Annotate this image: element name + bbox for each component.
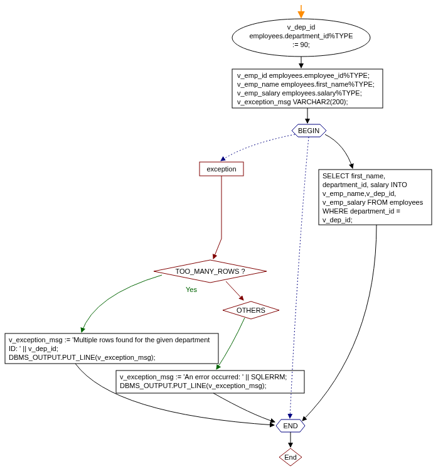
declare2-line3: v_emp_salary employees.salary%TYPE; bbox=[237, 89, 362, 97]
edge-toomany-others bbox=[226, 281, 243, 300]
others-label: OTHERS bbox=[237, 306, 265, 314]
exception-label: exception bbox=[206, 165, 236, 173]
edge-others-msg2 bbox=[216, 318, 245, 369]
end-label: END bbox=[283, 422, 297, 430]
msg1-line2: ID: ' || v_dep_id; bbox=[9, 345, 58, 352]
select-line3: v_emp_name,v_dep_id, bbox=[323, 190, 396, 197]
begin-label: BEGIN bbox=[298, 127, 319, 134]
select-line6: v_dep_id; bbox=[323, 216, 353, 224]
edge-select-end bbox=[302, 225, 376, 421]
edge-exception-toomany bbox=[213, 176, 221, 259]
edge-begin-select bbox=[325, 134, 353, 168]
msg2-line2: DBMS_OUTPUT.PUT_LINE(v_exception_msg); bbox=[120, 382, 267, 389]
declare1-line1: v_dep_id bbox=[287, 23, 316, 31]
edge-msg2-end bbox=[213, 393, 275, 422]
msg1-line1: v_exception_msg := 'Multiple rows found … bbox=[9, 336, 210, 343]
declare2-line2: v_emp_name employees.first_name%TYPE; bbox=[237, 80, 375, 88]
msg2-line1: v_exception_msg := 'An error occurred: '… bbox=[120, 373, 287, 381]
select-line4: v_emp_salary FROM employees bbox=[323, 198, 424, 206]
select-line2: department_id, salary INTO bbox=[323, 181, 407, 188]
too-many-rows-label: TOO_MANY_ROWS ? bbox=[175, 268, 245, 275]
select-line1: SELECT first_name, bbox=[323, 172, 385, 180]
edge-begin-exception bbox=[221, 134, 295, 161]
declare2-line4: v_exception_msg VARCHAR2(200); bbox=[237, 98, 348, 105]
yes-label: Yes bbox=[186, 286, 197, 293]
declare1-line3: := 90; bbox=[292, 41, 310, 48]
flowchart-diagram: v_dep_id employees.department_id%TYPE :=… bbox=[0, 0, 448, 476]
select-line5: WHERE department_id = bbox=[323, 207, 400, 215]
edge-toomany-msg1 bbox=[82, 275, 162, 332]
terminal-label: End bbox=[284, 453, 297, 461]
edge-begin-end bbox=[290, 137, 309, 418]
declare2-line1: v_emp_id employees.employee_id%TYPE; bbox=[237, 72, 370, 79]
msg1-line3: DBMS_OUTPUT.PUT_LINE(v_exception_msg); bbox=[9, 354, 156, 361]
declare1-line2: employees.department_id%TYPE bbox=[249, 32, 353, 40]
